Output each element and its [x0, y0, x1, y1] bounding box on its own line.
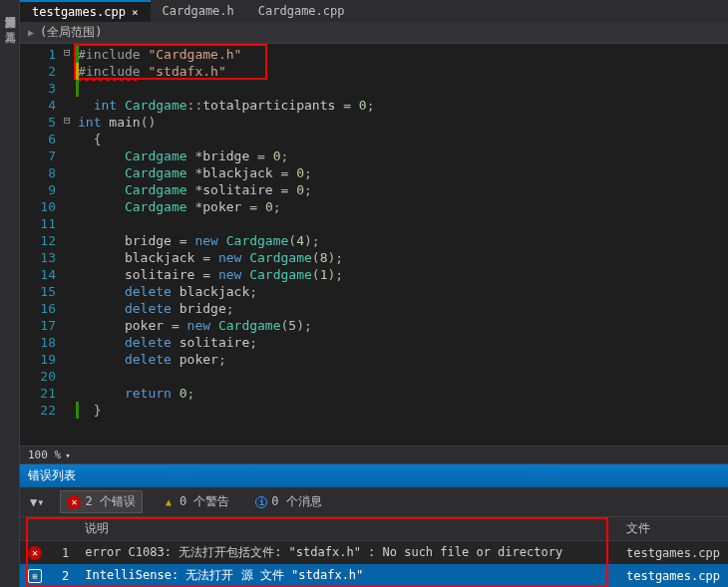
warning-icon: ▲	[162, 495, 176, 509]
tab-label: testgames.cpp	[32, 5, 126, 19]
code-line[interactable]: Cardgame *blackjack = 0;	[78, 164, 728, 181]
tab-Cardgame-cpp[interactable]: Cardgame.cpp	[246, 0, 357, 22]
error-icon: ✕	[28, 546, 42, 560]
column-file[interactable]: 文件	[618, 517, 728, 541]
error-row[interactable]: ✕1error C1083: 无法打开包括文件: "stdafx.h" : No…	[20, 541, 728, 565]
error-description: error C1083: 无法打开包括文件: "stdafx.h" : No s…	[77, 541, 618, 565]
code-line[interactable]: blackjack = new Cardgame(8);	[78, 249, 728, 266]
error-description: IntelliSense: 无法打开 源 文件 "stdafx.h"	[77, 564, 618, 587]
filter-warnings-label: 0 个警告	[180, 493, 229, 510]
filter-messages[interactable]: i 0 个消息	[248, 490, 328, 513]
error-list-title[interactable]: 错误列表	[20, 464, 728, 487]
column-description[interactable]: 说明	[77, 517, 618, 541]
code-line[interactable]: }	[78, 402, 728, 419]
code-line[interactable]: #include "stdafx.h"	[78, 63, 728, 80]
fold-column[interactable]: ⊟⊟	[64, 44, 78, 445]
sidebar: 解决方案资源管理器 工具箱	[0, 0, 20, 587]
tab-testgames-cpp[interactable]: testgames.cpp×	[20, 0, 151, 22]
line-number-gutter: 12345678910111213141516171819202122	[20, 44, 64, 445]
error-row[interactable]: ⊞2IntelliSense: 无法打开 源 文件 "stdafx.h"test…	[20, 564, 728, 587]
code-editor[interactable]: 12345678910111213141516171819202122 ⊟⊟ #…	[20, 44, 728, 445]
code-line[interactable]: bridge = new Cardgame(4);	[78, 232, 728, 249]
tab-label: Cardgame.h	[163, 4, 234, 18]
zoom-bar[interactable]: 100 % ▾	[20, 445, 728, 463]
code-line[interactable]: return 0;	[78, 385, 728, 402]
code-line[interactable]	[78, 215, 728, 232]
chevron-down-icon[interactable]: ▾	[65, 450, 70, 460]
tab-Cardgame-h[interactable]: Cardgame.h	[151, 0, 246, 22]
sidebar-tab-toolbox[interactable]: 工具箱	[0, 16, 19, 32]
code-area[interactable]: #include "Cardgame.h"#include "stdafx.h"…	[78, 44, 728, 445]
error-list-panel: 错误列表 ▼▾ ✕ 2 个错误 ▲ 0 个警告 i 0 个消息	[20, 463, 728, 587]
scope-label: (全局范围)	[40, 24, 102, 41]
editor-tabs: testgames.cpp×Cardgame.hCardgame.cpp	[20, 0, 728, 22]
error-table: 说明 文件 ✕1error C1083: 无法打开包括文件: "stdafx.h…	[20, 517, 728, 587]
scope-bar[interactable]: ▶ (全局范围)	[20, 22, 728, 44]
code-line[interactable]: delete solitaire;	[78, 334, 728, 351]
sidebar-tab-solution-explorer[interactable]: 解决方案资源管理器	[0, 0, 19, 16]
code-line[interactable]: solitaire = new Cardgame(1);	[78, 266, 728, 283]
code-line[interactable]: delete blackjack;	[78, 283, 728, 300]
zoom-level: 100 %	[28, 448, 61, 461]
code-line[interactable]: #include "Cardgame.h"	[78, 46, 728, 63]
filter-warnings[interactable]: ▲ 0 个警告	[155, 490, 236, 513]
error-file: testgames.cpp	[618, 564, 728, 587]
tab-label: Cardgame.cpp	[258, 4, 345, 18]
code-line[interactable]: int Cardgame::totalparticipants = 0;	[78, 97, 728, 114]
error-icon: ✕	[67, 495, 81, 509]
error-file: testgames.cpp	[618, 541, 728, 565]
code-line[interactable]: delete poker;	[78, 351, 728, 368]
code-line[interactable]: delete bridge;	[78, 300, 728, 317]
chevron-right-icon: ▶	[28, 27, 34, 38]
code-line[interactable]	[78, 368, 728, 385]
code-line[interactable]: Cardgame *solitaire = 0;	[78, 181, 728, 198]
code-line[interactable]	[78, 80, 728, 97]
close-icon[interactable]: ×	[132, 6, 139, 19]
filter-errors-label: 2 个错误	[85, 493, 135, 510]
filter-messages-label: 0 个消息	[271, 493, 321, 510]
code-line[interactable]: int main()	[78, 114, 728, 131]
info-icon: i	[255, 496, 267, 508]
highlight-box-errors: 说明 文件 ✕1error C1083: 无法打开包括文件: "stdafx.h…	[20, 517, 728, 587]
filter-errors[interactable]: ✕ 2 个错误	[60, 490, 142, 513]
intellisense-icon: ⊞	[28, 569, 42, 583]
error-filters: ▼▾ ✕ 2 个错误 ▲ 0 个警告 i 0 个消息	[20, 487, 728, 517]
code-line[interactable]: poker = new Cardgame(5);	[78, 317, 728, 334]
filter-icon[interactable]: ▼▾	[26, 495, 48, 509]
code-line[interactable]: Cardgame *poker = 0;	[78, 198, 728, 215]
code-line[interactable]: Cardgame *bridge = 0;	[78, 147, 728, 164]
code-line[interactable]: {	[78, 131, 728, 147]
